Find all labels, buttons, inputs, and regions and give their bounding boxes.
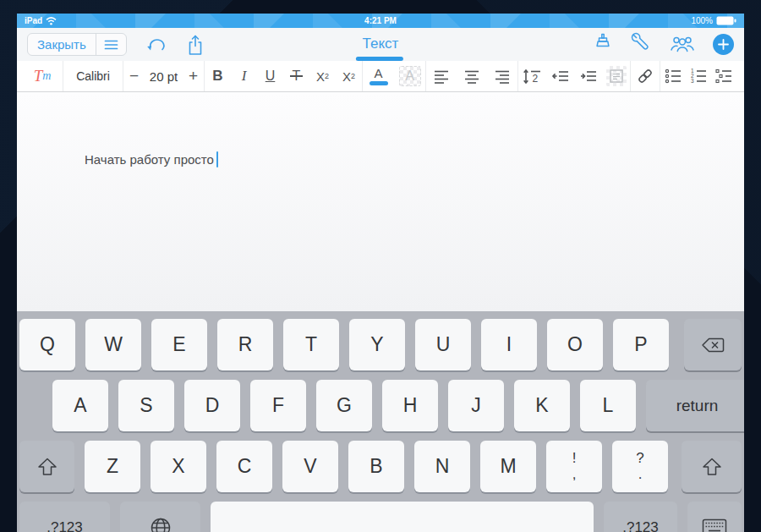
key-r[interactable]: R	[217, 319, 273, 370]
numbered-list-button[interactable]: 1 2 3	[686, 61, 711, 91]
plus-icon	[718, 39, 729, 50]
numbers-key-right[interactable]: .?123	[604, 502, 677, 532]
keyboard-row-2: A S D F G H J K L return	[19, 380, 742, 431]
key-o[interactable]: O	[547, 319, 603, 370]
bullet-list-button[interactable]	[660, 61, 686, 91]
share-icon	[185, 34, 205, 56]
key-p[interactable]: P	[613, 319, 669, 370]
document-area[interactable]: Начать работу просто	[17, 92, 744, 311]
key-d[interactable]: D	[184, 380, 240, 431]
text-frame-icon	[609, 69, 624, 84]
battery-percent: 100%	[691, 16, 713, 25]
shift-right-key[interactable]	[682, 441, 742, 492]
key-exclaim-comma[interactable]: ! ,	[546, 441, 602, 492]
shift-left-key[interactable]	[19, 441, 74, 492]
key-j[interactable]: J	[448, 380, 504, 431]
italic-button[interactable]: I	[231, 61, 257, 91]
font-size-group: − 20 pt +	[123, 61, 204, 91]
numbers-key-left[interactable]: .?123	[19, 502, 110, 532]
svg-text:3: 3	[691, 78, 694, 84]
key-t[interactable]: T	[283, 319, 339, 370]
settings-button[interactable]	[631, 32, 652, 57]
key-question-period[interactable]: ? .	[612, 441, 668, 492]
increase-size-button[interactable]: +	[189, 67, 198, 85]
hamburger-menu-button[interactable]	[96, 34, 126, 55]
key-f[interactable]: F	[250, 380, 306, 431]
key-a[interactable]: A	[52, 380, 108, 431]
key-q[interactable]: Q	[19, 319, 75, 370]
shift-icon	[701, 457, 723, 477]
underline-button[interactable]: U	[257, 61, 283, 91]
collaborators-button[interactable]	[670, 33, 695, 57]
key-n[interactable]: N	[414, 441, 470, 492]
return-key[interactable]: return	[646, 380, 744, 431]
key-m[interactable]: M	[480, 441, 536, 492]
globe-key[interactable]	[120, 502, 200, 532]
key-b[interactable]: B	[348, 441, 404, 492]
line-spacing-button[interactable]: 2	[518, 61, 546, 91]
key-k[interactable]: K	[514, 380, 570, 431]
page-title: Текст	[363, 36, 399, 52]
key-h[interactable]: H	[382, 380, 438, 431]
backspace-icon	[701, 337, 725, 354]
text-frame-button-disabled[interactable]	[602, 61, 630, 91]
backspace-key[interactable]	[684, 319, 742, 370]
dismiss-keyboard-key[interactable]	[687, 502, 742, 532]
clear-format-button[interactable]	[593, 32, 613, 57]
app-window: iPad 4:21 PM 100% Закрыть	[17, 14, 744, 532]
wrench-icon	[631, 32, 652, 53]
link-icon	[636, 67, 654, 85]
keyboard-row-1: Q W E R T Y U I O P	[19, 319, 742, 370]
key-e[interactable]: E	[151, 319, 207, 370]
key-u[interactable]: U	[415, 319, 471, 370]
brush-icon	[593, 32, 613, 53]
globe-icon	[150, 517, 172, 532]
users-icon	[670, 33, 695, 53]
multilevel-list-button[interactable]	[711, 61, 736, 91]
status-time: 4:21 PM	[143, 16, 618, 25]
add-button[interactable]	[713, 34, 734, 55]
key-i[interactable]: I	[481, 319, 537, 370]
key-g[interactable]: G	[316, 380, 372, 431]
subscript-button[interactable]: X2	[336, 61, 362, 91]
highlight-color-button[interactable]: A	[394, 61, 425, 91]
key-c[interactable]: C	[216, 441, 272, 492]
line-spacing-icon: 2	[523, 69, 543, 85]
bold-button[interactable]: B	[205, 61, 231, 91]
close-button[interactable]: Закрыть	[28, 34, 96, 55]
indent-button[interactable]	[574, 61, 602, 91]
document-text: Начать работу просто	[85, 151, 218, 167]
battery-icon	[716, 16, 736, 25]
font-color-button[interactable]: A	[363, 61, 394, 91]
undo-icon	[145, 36, 167, 54]
undo-button[interactable]	[145, 36, 167, 54]
bullet-list-icon	[665, 68, 682, 85]
key-v[interactable]: V	[282, 441, 338, 492]
strikethrough-button[interactable]: T	[283, 61, 309, 91]
align-center-button[interactable]	[457, 61, 487, 91]
key-z[interactable]: Z	[85, 441, 140, 492]
space-key[interactable]	[211, 502, 594, 532]
navbar: Закрыть	[17, 28, 744, 61]
font-size-value: 20 pt	[150, 69, 178, 84]
device-label: iPad	[25, 16, 42, 25]
keyboard-row-4: .?123 .?123	[19, 502, 742, 532]
key-w[interactable]: W	[85, 319, 141, 370]
text-styles-button[interactable]: Tт	[22, 61, 63, 91]
insert-link-button[interactable]	[631, 61, 660, 91]
key-x[interactable]: X	[151, 441, 206, 492]
key-s[interactable]: S	[118, 380, 174, 431]
outdent-button[interactable]	[546, 61, 574, 91]
font-family-button[interactable]: Calibri	[63, 61, 123, 91]
align-left-button[interactable]	[426, 61, 457, 91]
multilevel-list-icon	[715, 68, 732, 85]
key-l[interactable]: L	[580, 380, 636, 431]
outdent-icon	[551, 69, 570, 84]
decrease-size-button[interactable]: −	[129, 67, 139, 85]
share-button[interactable]	[185, 34, 205, 56]
key-y[interactable]: Y	[349, 319, 405, 370]
superscript-button[interactable]: X2	[309, 61, 336, 91]
font-color-swatch	[370, 81, 388, 85]
align-right-button[interactable]	[487, 61, 517, 91]
svg-text:2: 2	[532, 72, 538, 84]
